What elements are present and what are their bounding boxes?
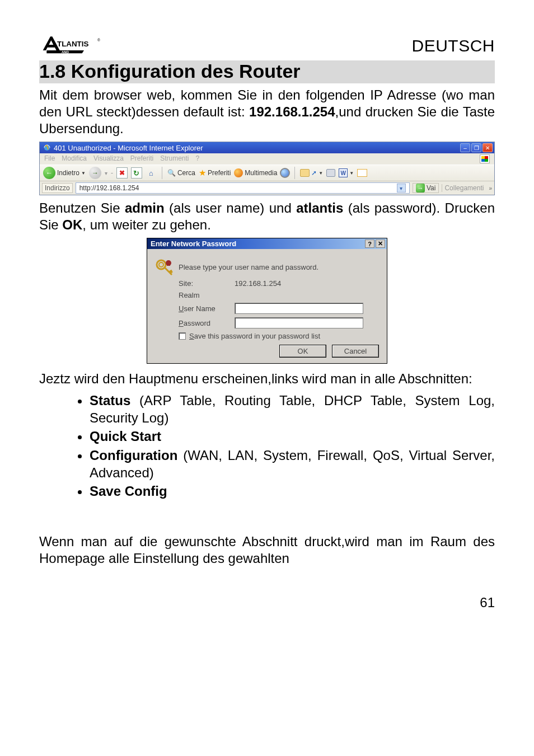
svg-text:AND: AND	[62, 50, 69, 54]
toolbar-separator	[162, 167, 162, 179]
ok-ref: OK	[62, 217, 82, 232]
favorites-button[interactable]: ★Preferiti	[199, 168, 231, 178]
password-input[interactable]	[235, 317, 363, 328]
go-button[interactable]: → Vai	[413, 183, 439, 193]
dialog-help-button[interactable]: ?	[365, 240, 374, 248]
go-arrow-icon: →	[416, 184, 425, 192]
home-icon: ⌂	[149, 169, 153, 177]
media-icon	[234, 168, 243, 177]
ie-titlebar: 401 Unauthorized - Microsoft Internet Ex…	[40, 142, 494, 153]
print-button[interactable]	[326, 169, 335, 177]
forward-dropdown-icon[interactable]: ▾	[105, 170, 107, 176]
address-label: Indirizzo	[42, 183, 73, 193]
maximize-button[interactable]: ❐	[471, 143, 481, 152]
page-header: TLANTIS ® AND DEUTSCH	[39, 34, 495, 58]
password-value: atlantis	[296, 200, 343, 215]
password-prompt: Please type your user name and password.	[179, 263, 318, 271]
discuss-button[interactable]	[357, 169, 367, 177]
discuss-icon	[357, 169, 367, 177]
password-dialog-title: Enter Network Password	[151, 240, 236, 248]
word-icon: W	[339, 168, 348, 177]
ie-address-bar: Indirizzo http://192.168.1.254 ▾ → Vai C…	[40, 181, 494, 195]
back-arrow-icon: ←	[43, 167, 55, 179]
menu-edit[interactable]: Modifica	[62, 154, 87, 163]
menu-view[interactable]: Visualizza	[93, 154, 124, 163]
site-value: 192.168.1.254	[235, 279, 281, 288]
credentials-paragraph: Benutzen Sie admin (als user name) und a…	[39, 200, 495, 233]
folder-icon	[300, 169, 310, 177]
go-label: Vai	[427, 184, 435, 192]
username-value: admin	[125, 200, 165, 215]
svg-text:TLANTIS: TLANTIS	[57, 40, 88, 48]
printer-icon	[326, 169, 335, 177]
stop-button[interactable]: ✖	[116, 167, 128, 179]
window-buttons: – ❐ ✕	[460, 143, 493, 152]
password-dialog-titlebar: Enter Network Password ? ✕	[147, 238, 387, 249]
ie-title-text: 401 Unauthorized - Microsoft Internet Ex…	[54, 144, 203, 152]
bottom-paragraph: Wenn man auf die gewunschte Abschnitt dr…	[39, 533, 495, 567]
history-icon	[280, 168, 289, 177]
section-heading: 1.8 Konfiguration des Router	[39, 60, 495, 83]
list-item-configuration: Configuration (WAN, LAN, System, Firewal…	[90, 447, 495, 481]
intro-ip: 192.168.1.254	[249, 104, 335, 119]
refresh-icon: ↻	[133, 169, 139, 177]
dialog-close-button[interactable]: ✕	[376, 240, 385, 248]
history-button[interactable]	[280, 168, 289, 177]
save-password-label: Save this password in your password list	[189, 332, 320, 340]
toolbar-separator	[294, 167, 295, 179]
list-item-saveconfig: Save Config	[90, 482, 495, 500]
page-number: 61	[39, 595, 495, 611]
home-button[interactable]: ⌂	[146, 167, 157, 179]
menu-tools[interactable]: Strumenti	[160, 154, 189, 163]
ok-button[interactable]: OK	[279, 345, 326, 358]
ie-toolbar: ← Indietro ▼ → ▾ - ✖ ↻ ⌂ 🔍Cerca ★Preferi…	[40, 165, 494, 181]
realm-label: Realm	[179, 291, 235, 299]
username-label: User Name	[179, 304, 235, 313]
refresh-button[interactable]: ↻	[131, 167, 142, 179]
mail-button[interactable]: ➚▼	[300, 169, 323, 177]
svg-point-5	[159, 262, 163, 267]
document-page: TLANTIS ® AND DEUTSCH 1.8 Konfiguration …	[0, 0, 534, 633]
cancel-button[interactable]: Cancel	[332, 345, 379, 358]
links-chevron-icon[interactable]: »	[489, 185, 492, 191]
intro-paragraph: Mit dem browser web, kommen Sie in den f…	[39, 87, 495, 137]
ie-window: 401 Unauthorized - Microsoft Internet Ex…	[39, 142, 495, 195]
multimedia-button[interactable]: Multimedia	[234, 168, 277, 177]
search-icon: 🔍	[167, 169, 176, 177]
back-dropdown-icon[interactable]: ▼	[81, 171, 86, 176]
multimedia-label: Multimedia	[245, 169, 277, 177]
address-value: http://192.168.1.254	[79, 184, 139, 192]
windows-flag-icon	[480, 154, 490, 163]
menu-file[interactable]: File	[44, 154, 55, 163]
language-label: DEUTSCH	[411, 36, 495, 55]
close-button[interactable]: ✕	[483, 143, 493, 152]
atlantis-logo: TLANTIS ® AND	[39, 34, 106, 58]
site-label: Site:	[179, 279, 235, 288]
key-icon	[155, 258, 173, 276]
stop-x-icon: ✖	[119, 169, 125, 177]
address-input[interactable]: http://192.168.1.254 ▾	[76, 182, 410, 194]
favorites-label: Preferiti	[208, 169, 231, 177]
edit-dropdown-icon[interactable]: ▼	[349, 171, 354, 176]
password-dialog: Enter Network Password ? ✕ Please type y	[147, 238, 387, 364]
list-item-status: Status (ARP Table, Routing Table, DHCP T…	[90, 392, 495, 426]
links-label[interactable]: Collegamenti	[442, 184, 486, 192]
search-button[interactable]: 🔍Cerca	[167, 169, 195, 177]
list-item-quickstart: Quick Start	[90, 428, 495, 445]
star-icon: ★	[199, 168, 206, 178]
menu-favorites[interactable]: Preferiti	[130, 154, 153, 163]
search-label: Cerca	[177, 169, 195, 177]
menu-help[interactable]: ?	[196, 154, 200, 163]
ie-logo-icon	[43, 144, 51, 152]
save-password-checkbox[interactable]	[179, 332, 186, 340]
password-dialog-body: Please type your user name and password.…	[147, 249, 387, 363]
menu-intro-paragraph: Jeztz wird den Hauptmenu erscheinen,link…	[39, 370, 495, 387]
mail-dropdown-icon[interactable]: ▼	[318, 171, 323, 176]
forward-button[interactable]: →	[89, 167, 101, 179]
username-input[interactable]	[235, 303, 363, 314]
address-dropdown-icon[interactable]: ▾	[397, 184, 406, 192]
edit-ms-button[interactable]: W▼	[339, 168, 354, 177]
back-button[interactable]: ← Indietro ▼	[43, 167, 86, 179]
password-label: Password	[179, 319, 235, 327]
minimize-button[interactable]: –	[460, 143, 470, 152]
